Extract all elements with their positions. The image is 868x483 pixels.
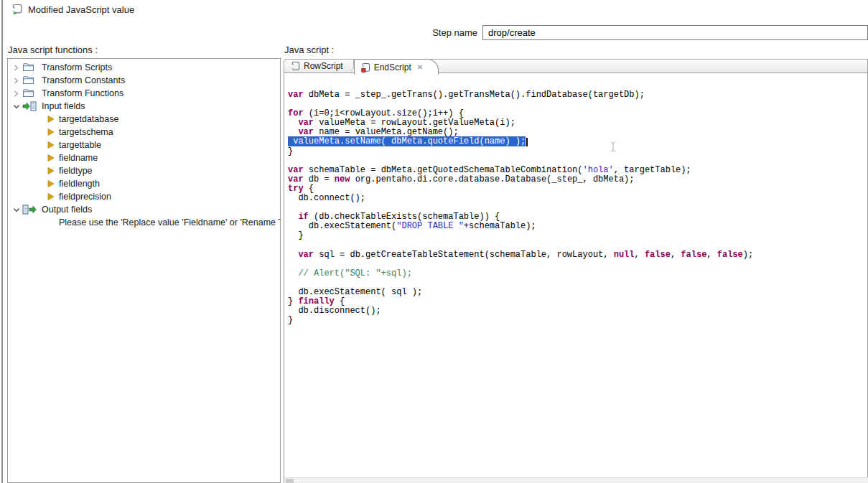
script-marked-icon [361,62,370,72]
code-token: for [288,108,304,118]
code-line: } [288,316,867,325]
code-line: db.execStatement("DROP TABLE "+schemaTab… [288,222,867,231]
tab-endscript[interactable]: EndScript✕ [354,59,439,75]
step-name-label: Step name [391,27,477,38]
code-token: db.connect(); [288,193,365,203]
tab-close-icon[interactable]: ✕ [417,63,422,71]
tree-item-label: Input fields [42,101,85,111]
tab-label: RowScript [304,61,343,71]
code-line: valueMeta.setName( dbMeta.quoteField(nam… [288,137,867,146]
field-icon [47,193,55,200]
tree-item-label: Transform Functions [42,88,123,98]
tree-item[interactable]: targetdatabase [8,113,280,126]
code-line: var db = new org.pentaho.di.core.databas… [288,175,867,184]
code-token: db.disconnect(); [288,306,381,316]
chevron-right-icon[interactable] [13,78,19,84]
tree-item[interactable]: fieldname [8,151,280,164]
scrollbar-thumb[interactable] [286,479,294,483]
editor-horizontal-scrollbar[interactable] [284,477,868,483]
code-token: , [671,250,681,260]
code-token: { [304,184,314,194]
tree-item[interactable]: fieldprecision [8,190,280,203]
code-token: org.pentaho.di.core.database.Database(_s… [350,174,634,184]
code-token: db = [304,174,335,184]
code-token: var [288,165,304,175]
code-token: false [681,250,706,260]
javascript-step-icon [11,4,23,15]
code-token: db.execStatement( sql ); [288,287,422,297]
tree-item-label: Transform Constants [42,75,125,85]
selected-text: valueMeta.setName( dbMeta.quoteField(nam… [288,136,526,146]
field-icon [47,154,55,161]
code-line: var dbMeta = _step_.getTrans().getTransM… [288,90,867,100]
code-line: try { [288,184,867,194]
field-icon [47,180,55,187]
code-token: var [298,118,314,128]
step-name-input[interactable] [482,25,868,40]
code-token [288,250,298,260]
script-icon [291,61,300,71]
code-line: } [288,147,867,156]
code-token: try [288,184,304,194]
tree-item[interactable]: fieldtype [8,164,280,177]
code-token: var [298,250,314,260]
code-token: var [298,127,314,137]
code-token: false [717,250,743,260]
code-token: finally [298,296,334,306]
tree-item[interactable]: Transform Scripts [8,61,280,74]
function-tree[interactable]: Transform ScriptsTransform ConstantsTran… [7,58,281,483]
chevron-right-icon[interactable] [13,90,19,97]
code-token [288,127,298,137]
code-token: false [645,250,671,260]
tree-item-label: fieldname [59,153,98,163]
tree-item[interactable]: Transform Functions [8,87,280,100]
dialog-title-bar: Modified JavaScript value [11,4,134,15]
code-line: db.disconnect(); [288,306,867,316]
code-token: } [288,315,293,325]
tree-item-label: fieldprecision [59,192,111,202]
code-token: (i=0;i<rowLayout.size();i++) { [304,108,464,118]
code-line: var sql = db.getCreateTableStatement(sch… [288,250,867,260]
code-line: db.connect(); [288,194,867,203]
code-token: { [335,296,345,306]
tree-item[interactable]: targetschema [8,126,280,139]
tree-item-label: fieldlength [59,179,100,189]
code-token: (db.checkTableExists(schemaTable)) { [309,212,500,222]
code-token: ); [743,250,753,260]
tree-item-label: fieldtype [59,166,93,176]
code-token: 'hola' [582,165,613,175]
chevron-down-icon[interactable] [13,207,20,213]
chevron-right-icon[interactable] [13,65,19,71]
tab-label: EndScript [374,62,411,72]
tree-item[interactable]: Transform Constants [8,74,280,87]
tree-item[interactable]: Input fields [8,100,280,113]
tree-item-label: Transform Scripts [42,62,112,72]
code-token: , [706,250,717,260]
tree-item[interactable]: fieldlength [8,177,280,190]
code-token: var [288,174,304,184]
chevron-down-icon[interactable] [13,103,20,110]
tree-item[interactable]: targettable [8,139,280,151]
input-fields-icon [22,101,37,111]
code-token [288,118,298,128]
code-line: } [288,231,867,240]
tree-item[interactable]: Please use the 'Replace value 'Fieldname… [8,216,280,229]
code-token: null [614,250,635,260]
javascript-editor-label: Java script : [284,44,334,55]
code-token: } [288,146,293,156]
tree-item[interactable]: Output fields [8,203,280,216]
functions-tree-label: Java script functions : [8,44,98,55]
tab-rowscript[interactable]: RowScript [284,60,354,72]
code-token: valueMeta = rowLayout.getValueMeta(i); [314,118,515,128]
field-icon [47,167,55,174]
tree-item-label: targetdatabase [59,114,118,124]
code-editor[interactable]: var dbMeta = _step_.getTrans().getTransM… [284,72,868,483]
code-token: "DROP TABLE " [396,221,464,231]
mouse-ibeam-cursor [610,141,617,152]
window-left-edge [1,0,3,483]
code-token: , [635,250,645,260]
code-token: // Alert("SQL: "+sql); [288,268,412,278]
code-token: } [288,230,304,240]
code-token: if [298,212,308,222]
tree-item-label: Please use the 'Replace value 'Fieldname… [59,217,281,228]
